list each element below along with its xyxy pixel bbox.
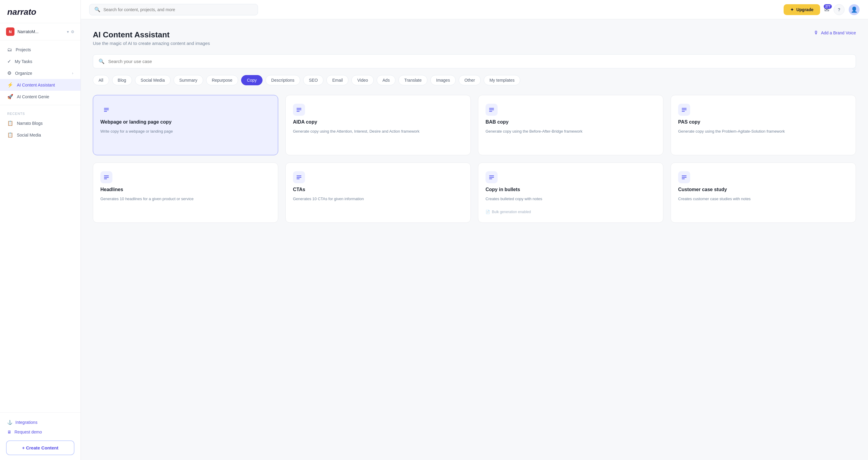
card-desc-webpage-landing: Write copy for a webpage or landing page — [100, 128, 271, 134]
tasks-icon: ✓ — [7, 59, 11, 64]
card-pas-copy[interactable]: PAS copy Generate copy using the Problem… — [671, 95, 856, 155]
filter-pill-email[interactable]: Email — [327, 75, 348, 85]
page-title: AI Content Assistant — [93, 30, 210, 39]
sidebar-item-label: Narrato Blogs — [17, 121, 43, 126]
svg-rect-16 — [297, 177, 301, 178]
card-icon-webpage-landing — [100, 104, 113, 116]
card-icon-ctas — [293, 171, 305, 183]
filter-pill-copy[interactable]: Copy — [241, 75, 262, 85]
svg-rect-11 — [682, 111, 685, 112]
settings-icon[interactable]: ⚙ — [71, 30, 74, 34]
user-icons: ▾ ⚙ — [67, 30, 74, 34]
card-title-copy-in-bullets: Copy in bullets — [486, 187, 656, 192]
filter-pill-other[interactable]: Other — [459, 75, 481, 85]
sidebar-item-projects[interactable]: 🗂 Projects — [0, 44, 81, 56]
add-brand-voice-label: Add a Brand Voice — [821, 30, 856, 35]
svg-rect-3 — [297, 108, 301, 109]
card-aida-copy[interactable]: AIDA copy Generate copy using the Attent… — [285, 95, 471, 155]
svg-rect-2 — [104, 111, 107, 112]
page-header-left: AI Content Assistant Use the magic of AI… — [93, 30, 210, 46]
use-case-search-input[interactable] — [108, 55, 850, 68]
sidebar-item-label: My Tasks — [15, 59, 32, 64]
svg-rect-13 — [104, 177, 109, 178]
sidebar-item-label: Social Media — [17, 133, 41, 137]
request-demo-link[interactable]: 🖥 Request demo — [6, 427, 74, 437]
recents-label: Recents — [0, 108, 81, 117]
card-customer-case-study[interactable]: Customer case study Creates customer cas… — [671, 162, 856, 223]
card-webpage-landing[interactable]: Webpage or landing page copy Write copy … — [93, 95, 278, 155]
notification-button[interactable]: ✉ 277 — [824, 6, 830, 13]
sidebar-item-narrato-blogs[interactable]: 📋 Narrato Blogs — [0, 117, 81, 129]
use-case-search[interactable]: 🔍 — [93, 54, 856, 68]
search-icon-2: 🔍 — [98, 59, 104, 64]
filter-pill-images[interactable]: Images — [430, 75, 456, 85]
filter-pill-summary[interactable]: Summary — [174, 75, 203, 85]
card-icon-customer-case-study — [678, 171, 690, 183]
user-menu[interactable]: N NarratoM... ▾ ⚙ — [0, 23, 81, 40]
filter-pill-all[interactable]: All — [93, 75, 109, 85]
topbar-search[interactable]: 🔍 — [89, 4, 258, 16]
card-copy-in-bullets[interactable]: Copy in bullets Creates bulleted copy wi… — [478, 162, 663, 223]
filter-pill-translate[interactable]: Translate — [398, 75, 427, 85]
sidebar-divider — [0, 105, 81, 105]
card-ctas[interactable]: CTAs Generates 10 CTAs for given informa… — [285, 162, 471, 223]
sidebar-item-ai-content-genie[interactable]: 🚀 AI Content Genie — [0, 91, 81, 102]
svg-rect-21 — [682, 176, 687, 176]
sidebar-item-ai-content-assistant[interactable]: ⚡ AI Content Assistant — [0, 79, 81, 91]
filter-pill-blog[interactable]: Blog — [112, 75, 132, 85]
card-icon-pas-copy — [678, 104, 690, 116]
sidebar: narrato N NarratoM... ▾ ⚙ 🗂 Projects ✓ M… — [0, 0, 81, 460]
svg-rect-23 — [682, 179, 685, 179]
card-title-webpage-landing: Webpage or landing page copy — [100, 119, 271, 125]
filter-pill-social-media[interactable]: Social Media — [135, 75, 170, 85]
ai-assistant-icon: ⚡ — [7, 82, 13, 88]
chevron-down-icon: ▾ — [67, 30, 69, 34]
card-desc-pas-copy: Generate copy using the Problem-Agitate-… — [678, 128, 848, 134]
sidebar-nav: 🗂 Projects ✓ My Tasks ⚙ Organize › ⚡ AI … — [0, 40, 81, 144]
filter-pill-video[interactable]: Video — [351, 75, 374, 85]
card-desc-ctas: Generates 10 CTAs for given information — [293, 196, 463, 202]
svg-rect-8 — [489, 111, 492, 112]
help-icon: ? — [838, 7, 841, 12]
card-title-pas-copy: PAS copy — [678, 119, 848, 125]
sidebar-item-my-tasks[interactable]: ✓ My Tasks — [0, 56, 81, 67]
sidebar-item-organize[interactable]: ⚙ Organize › — [0, 67, 81, 79]
filter-pill-descriptions[interactable]: Descriptions — [266, 75, 300, 85]
notification-badge: 277 — [824, 4, 832, 9]
help-button[interactable]: ? — [834, 4, 844, 15]
svg-rect-15 — [297, 176, 301, 176]
card-bab-copy[interactable]: BAB copy Generate copy using the Before-… — [478, 95, 663, 155]
create-content-label: + Create Content — [22, 445, 58, 450]
svg-rect-9 — [682, 108, 687, 109]
page-header: AI Content Assistant Use the magic of AI… — [93, 30, 856, 46]
card-badge-copy-in-bullets: 📄 Bulk generation enabled — [486, 210, 656, 214]
filter-pill-seo[interactable]: SEO — [303, 75, 324, 85]
svg-rect-19 — [489, 177, 494, 178]
svg-rect-10 — [682, 110, 687, 110]
page-subtitle: Use the magic of AI to create amazing co… — [93, 41, 210, 46]
svg-rect-22 — [682, 177, 687, 178]
bulk-icon: 📄 — [486, 210, 490, 214]
filter-pill-my-templates[interactable]: My templates — [484, 75, 520, 85]
filter-pills: AllBlogSocial MediaSummaryRepurposeCopyD… — [93, 75, 856, 85]
upgrade-button[interactable]: ✦ Upgrade — [784, 4, 820, 15]
sidebar-item-label: AI Content Genie — [17, 94, 49, 99]
topbar-search-input[interactable] — [103, 4, 253, 15]
sidebar-item-social-media[interactable]: 📋 Social Media — [0, 129, 81, 141]
logo-text: narrato — [7, 7, 36, 17]
svg-rect-4 — [297, 110, 301, 110]
sidebar-bottom: ⚓ Integrations 🖥 Request demo + Create C… — [0, 412, 81, 460]
card-icon-headlines — [100, 171, 113, 183]
svg-rect-7 — [489, 110, 494, 110]
filter-pill-repurpose[interactable]: Repurpose — [206, 75, 239, 85]
card-icon-bab-copy — [486, 104, 498, 116]
card-title-ctas: CTAs — [293, 187, 463, 192]
create-content-button[interactable]: + Create Content — [6, 440, 74, 455]
filter-pill-ads[interactable]: Ads — [377, 75, 396, 85]
card-headlines[interactable]: Headlines Generates 10 headlines for a g… — [93, 162, 278, 223]
svg-rect-17 — [297, 179, 300, 179]
topbar: 🔍 ✦ Upgrade ✉ 277 ? 👤 — [81, 0, 868, 19]
integrations-link[interactable]: ⚓ Integrations — [6, 418, 74, 427]
user-avatar-button[interactable]: 👤 — [849, 4, 860, 15]
add-brand-voice-button[interactable]: 🎙 Add a Brand Voice — [814, 30, 856, 36]
